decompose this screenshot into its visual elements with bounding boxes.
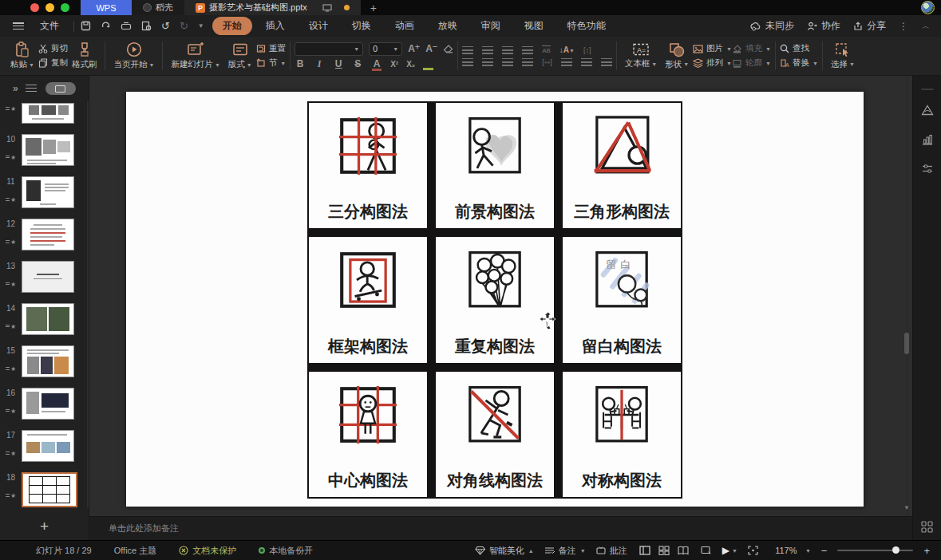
normal-view-icon[interactable]: [639, 546, 650, 555]
paragraph-spacing-before-icon[interactable]: [581, 58, 592, 66]
highlight-color-button[interactable]: [423, 60, 433, 68]
outline-button[interactable]: 轮廓 ▼: [732, 57, 771, 69]
decrease-font-size-button[interactable]: A⁻: [425, 43, 437, 54]
section-button[interactable]: 节 ▼: [256, 57, 286, 69]
text-direction-icon[interactable]: ↓A▼: [559, 45, 575, 54]
ribbon-tab-design[interactable]: 设计: [299, 17, 338, 35]
ribbon-tab-slideshow[interactable]: 放映: [428, 17, 468, 35]
font-size-select[interactable]: 0▼: [369, 42, 402, 56]
font-name-select[interactable]: ▼: [295, 42, 363, 56]
arrange-button[interactable]: 排列 ▼: [693, 57, 732, 69]
ribbon-tab-insert[interactable]: 插入: [255, 17, 295, 35]
ribbon-tab-special-features[interactable]: 特色功能: [557, 17, 616, 35]
tab-document[interactable]: P 摄影艺术与基础构图.pptx: [184, 0, 361, 15]
notes-bar[interactable]: 单击此处添加备注: [89, 516, 912, 540]
italic-button[interactable]: I: [314, 58, 325, 70]
menu-file[interactable]: 文件: [32, 19, 67, 33]
add-slide-button[interactable]: +: [0, 513, 89, 540]
undo-icon[interactable]: ↺: [161, 20, 170, 32]
slide-thumb-15[interactable]: 15 ★: [0, 345, 89, 377]
underline-button[interactable]: U: [333, 58, 344, 69]
thumbnail-view-toggle[interactable]: [45, 82, 76, 95]
sidebar-scrollbar[interactable]: [87, 101, 89, 508]
ribbon-tab-transitions[interactable]: 切换: [342, 17, 382, 35]
user-avatar[interactable]: [921, 1, 935, 14]
maximize-window-button[interactable]: [61, 3, 69, 12]
bullet-list-icon[interactable]: [462, 46, 473, 54]
ribbon-tab-animations[interactable]: 动画: [385, 17, 425, 35]
select-button[interactable]: 选择▼: [827, 41, 859, 72]
align-left-icon[interactable]: [462, 58, 473, 66]
clear-format-eraser-icon[interactable]: [443, 45, 453, 53]
find-button[interactable]: 查找: [780, 43, 818, 54]
slide-thumb-13[interactable]: 13 ★: [0, 261, 89, 293]
slide-thumb-9[interactable]: ★: [0, 103, 89, 124]
reading-view-icon[interactable]: [678, 546, 689, 555]
zoom-level-select[interactable]: 117%▼: [769, 546, 811, 555]
minimize-window-button[interactable]: [45, 3, 54, 12]
paragraph-spacing-after-icon[interactable]: [601, 58, 612, 66]
document-protection-status[interactable]: 文档未保护: [179, 545, 236, 557]
play-from-current-button[interactable]: 当页开始▼: [109, 40, 158, 72]
hamburger-menu-icon[interactable]: [13, 22, 24, 30]
sync-status-button[interactable]: 未同步: [749, 19, 794, 33]
chart-panel-icon[interactable]: [921, 134, 934, 146]
replace-button[interactable]: A 替换 ▼: [780, 57, 818, 69]
more-options-icon[interactable]: ⋮: [899, 21, 909, 32]
slide-thumb-17[interactable]: 17 ★: [0, 430, 89, 462]
decrease-indent-icon[interactable]: [502, 46, 513, 54]
zoom-slider[interactable]: [837, 550, 913, 551]
shapes-button[interactable]: 形状▼: [661, 41, 693, 72]
new-tab-button[interactable]: +: [361, 2, 386, 14]
tab-wps-home[interactable]: WPS: [81, 0, 132, 15]
print-preview-icon[interactable]: [141, 21, 152, 31]
collaborate-button[interactable]: 协作: [807, 19, 840, 33]
slide-thumb-16[interactable]: 16 ★: [0, 388, 89, 420]
expand-panel-icon[interactable]: »: [13, 83, 18, 94]
slide-thumb-14[interactable]: 14 ★: [0, 303, 89, 335]
fit-slide-icon[interactable]: [748, 546, 758, 555]
copy-button[interactable]: 复制: [38, 57, 68, 69]
bold-button[interactable]: B: [295, 58, 306, 69]
close-window-button[interactable]: [30, 3, 39, 12]
textbox-button[interactable]: A= 文本框▼: [621, 41, 661, 71]
tab-docer[interactable]: 稻壳: [132, 0, 184, 15]
slideshow-play-button[interactable]: ▶▼: [722, 545, 737, 556]
slide-thumb-10[interactable]: 10 ★: [0, 134, 89, 166]
character-spacing-icon[interactable]: AB: [542, 45, 551, 54]
font-color-button[interactable]: A: [371, 58, 382, 69]
export-icon[interactable]: [101, 21, 111, 31]
reset-slide-button[interactable]: 重置: [256, 43, 286, 54]
superscript-button[interactable]: X²: [390, 60, 398, 69]
save-icon[interactable]: [81, 21, 91, 31]
align-right-icon[interactable]: [502, 58, 513, 66]
notes-toggle-button[interactable]: 备注▼: [544, 545, 586, 557]
ribbon-tab-home[interactable]: 开始: [212, 17, 252, 35]
subscript-button[interactable]: X₂: [406, 60, 415, 69]
text-fit-icon[interactable]: [↕]: [583, 46, 591, 54]
slide-18-canvas[interactable]: 三分构图法 前景构图法: [126, 92, 864, 507]
cut-button[interactable]: 剪切: [38, 43, 68, 54]
composition-grid-image[interactable]: 三分构图法 前景构图法: [307, 101, 682, 499]
numbered-list-icon[interactable]: [482, 46, 493, 54]
theme-name[interactable]: Office 主题: [114, 545, 157, 557]
collapse-ribbon-icon[interactable]: ︿: [922, 21, 930, 32]
slide-thumb-18-selected[interactable]: 18 ★: [0, 472, 89, 507]
settings-sliders-icon[interactable]: [921, 164, 934, 175]
insert-picture-button[interactable]: 图片 ▼: [693, 43, 732, 54]
play-settings-icon[interactable]: [701, 546, 712, 555]
outline-view-icon[interactable]: [26, 85, 37, 93]
zoom-in-button[interactable]: +: [923, 545, 930, 557]
strikethrough-button[interactable]: S: [352, 58, 363, 69]
justify-icon[interactable]: [522, 58, 533, 66]
slide-sorter-view-icon[interactable]: [658, 546, 670, 555]
slide-layout-button[interactable]: 版式▼: [224, 40, 256, 72]
share-button[interactable]: 分享: [853, 19, 886, 33]
slide-editing-canvas[interactable]: 三分构图法 前景构图法: [89, 76, 912, 516]
canvas-scrollbar-thumb[interactable]: [904, 333, 909, 354]
present-screen-icon[interactable]: [322, 4, 332, 12]
fill-button[interactable]: 填充 ▼: [732, 43, 771, 54]
redo-icon[interactable]: ↻: [180, 20, 188, 32]
format-painter-button[interactable]: 格式刷: [68, 40, 101, 72]
slide-thumb-12[interactable]: 12 ★: [0, 219, 89, 250]
